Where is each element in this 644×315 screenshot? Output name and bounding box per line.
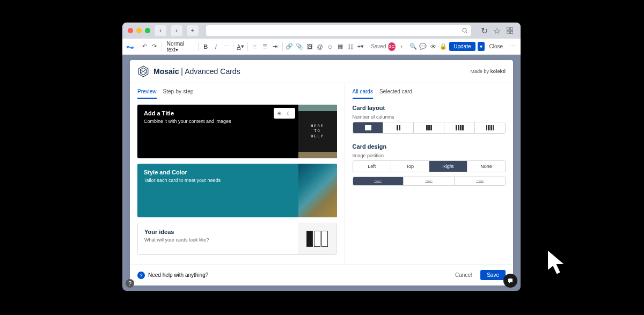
columns-3[interactable] [414, 122, 444, 133]
align-center-icon [425, 180, 433, 182]
help-badge[interactable]: ? [126, 279, 134, 288]
insert-icon[interactable]: +▾ [356, 42, 365, 52]
table-icon[interactable]: ▦ [336, 42, 345, 52]
image-pos-top[interactable]: Top [391, 161, 429, 172]
browser-chrome: ‹ › + ↻ ☆ [122, 23, 521, 39]
preview-card-2[interactable]: Style and Color Tailor each card to meet… [137, 164, 337, 217]
layout-icon[interactable]: ▯▯ [346, 42, 355, 52]
maximize-window-icon[interactable] [145, 28, 150, 33]
align-center[interactable] [404, 177, 455, 185]
url-bar[interactable] [206, 25, 471, 36]
card-subtitle: Combine it with your content and images [144, 119, 292, 124]
update-dropdown[interactable]: ▾ [478, 42, 485, 51]
redo-icon[interactable]: ↷ [150, 42, 159, 52]
columns-segmented [353, 122, 506, 134]
card-title: Style and Color [144, 169, 292, 175]
svg-line-1 [466, 32, 467, 33]
reload-icon[interactable]: ↻ [479, 25, 489, 36]
card-image [298, 164, 337, 217]
help-text[interactable]: Need help with anything? [148, 272, 208, 278]
columns-4[interactable] [444, 122, 475, 133]
image-pos-right[interactable]: Right [429, 161, 467, 172]
more-icon[interactable]: ⋯ [508, 42, 516, 52]
columns-1[interactable] [353, 122, 384, 133]
card-image [298, 223, 336, 254]
app-window: ‹ › + ↻ ☆ ↶ ↷ Normal text▾ B I ⋯ A▾ ≡ ≣ … [122, 23, 521, 291]
star-icon[interactable]: ☆ [492, 25, 502, 36]
right-tabs: All cards Selected card [353, 83, 506, 99]
apps-icon[interactable] [504, 25, 515, 36]
columns-5[interactable] [475, 122, 505, 133]
svg-rect-10 [508, 279, 513, 282]
undo-icon[interactable]: ↶ [140, 42, 149, 52]
image-icon[interactable]: 🖼 [305, 42, 314, 52]
alignment-segmented [353, 177, 506, 186]
mention-icon[interactable]: @ [316, 42, 324, 52]
light-mode-icon[interactable]: ☀ [275, 109, 284, 118]
italic-icon[interactable]: I [211, 42, 220, 52]
bold-icon[interactable]: B [201, 42, 210, 52]
more-formatting-icon[interactable]: ⋯ [222, 42, 230, 52]
image-position-label: Image position [353, 153, 506, 158]
find-icon[interactable]: 🔍 [409, 42, 418, 52]
align-right[interactable] [455, 177, 505, 185]
preview-card-1[interactable]: Add a Title Combine it with your content… [137, 105, 337, 158]
columns-label: Number of columns [353, 114, 506, 120]
image-position-segmented: Left Top Right None [353, 160, 506, 172]
tab-preview[interactable]: Preview [137, 85, 157, 99]
align-left[interactable] [353, 177, 404, 185]
preview-icon[interactable]: 👁 [429, 42, 437, 52]
tab-step-by-step[interactable]: Step-by-step [163, 85, 194, 99]
help-icon[interactable]: ? [137, 272, 145, 279]
theme-toggle[interactable]: ☀ ☾ [274, 108, 295, 119]
image-pos-left[interactable]: Left [353, 161, 391, 172]
link-icon[interactable]: 🔗 [285, 42, 294, 52]
editor-toolbar: ↶ ↷ Normal text▾ B I ⋯ A▾ ≡ ≣ ⇥ 🔗 📎 🖼 @ … [122, 39, 521, 55]
back-button[interactable]: ‹ [155, 25, 166, 36]
dark-mode-icon[interactable]: ☾ [284, 109, 294, 118]
panel-footer: ? Need help with anything? Cancel Save [130, 264, 513, 285]
comment-icon[interactable]: 💬 [419, 42, 428, 52]
card-subtitle: Tailor each card to meet your needs [144, 178, 292, 183]
confluence-logo-icon [127, 42, 134, 51]
one-column-icon [365, 125, 371, 130]
cancel-button[interactable]: Cancel [451, 270, 476, 280]
preview-area: Add a Title Combine it with your content… [130, 99, 345, 264]
user-avatar[interactable]: GC [388, 42, 396, 51]
made-by: Made by kolekti [470, 69, 506, 74]
mosaic-logo-icon [137, 65, 149, 77]
attachment-icon[interactable]: 📎 [295, 42, 304, 52]
add-collaborator-icon[interactable]: + [397, 42, 406, 52]
svg-rect-4 [507, 31, 509, 34]
close-button[interactable]: Close [486, 42, 507, 51]
preview-card-3[interactable]: Your ideas What will your cards look lik… [137, 223, 337, 255]
cursor-icon [545, 247, 572, 281]
save-button[interactable]: Save [480, 270, 506, 280]
lock-icon[interactable]: 🔒 [439, 42, 448, 52]
indent-icon[interactable]: ⇥ [271, 42, 280, 52]
image-pos-none[interactable]: None [467, 161, 505, 172]
two-column-icon [397, 125, 400, 130]
close-window-icon[interactable] [128, 28, 133, 33]
card-subtitle: What will your cards look like? [144, 237, 291, 243]
forward-button[interactable]: › [171, 25, 182, 36]
align-left-icon [374, 180, 382, 182]
search-icon [462, 27, 468, 34]
columns-2[interactable] [383, 122, 414, 133]
minimize-window-icon[interactable] [136, 28, 142, 33]
text-color-icon[interactable]: A▾ [236, 42, 245, 52]
update-button[interactable]: Update [449, 42, 475, 51]
emoji-icon[interactable]: ☺ [326, 42, 334, 52]
tab-all-cards[interactable]: All cards [353, 85, 373, 99]
new-tab-button[interactable]: + [187, 25, 199, 36]
bullet-list-icon[interactable]: ≡ [251, 42, 259, 52]
card-image-text: HERE TO HELP [311, 124, 324, 138]
text-style-select[interactable]: Normal text▾ [165, 40, 196, 54]
svg-rect-5 [510, 31, 513, 34]
numbered-list-icon[interactable]: ≣ [261, 42, 269, 52]
svg-rect-3 [510, 27, 513, 30]
card-design-heading: Card design [353, 143, 506, 150]
panel-title: Mosaic | Advanced Cards [153, 67, 240, 76]
intercom-launcher[interactable] [503, 274, 517, 288]
tab-selected-card[interactable]: Selected card [379, 85, 412, 99]
